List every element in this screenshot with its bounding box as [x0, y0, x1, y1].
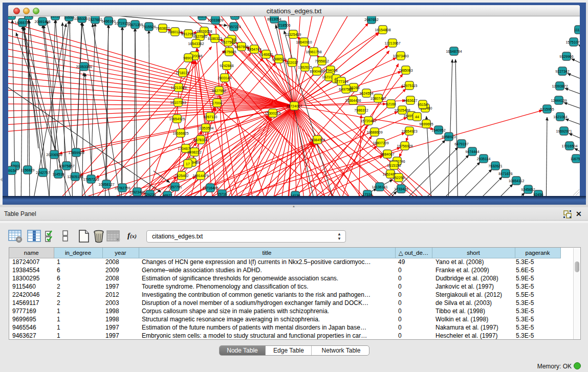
svg-text:20053346: 20053346: [76, 65, 92, 69]
svg-text:12505135: 12505135: [67, 175, 83, 179]
svg-text:7986372: 7986372: [354, 108, 368, 112]
svg-text:14136141: 14136141: [372, 185, 387, 189]
svg-text:8471676: 8471676: [498, 172, 512, 176]
svg-text:16914479: 16914479: [192, 174, 208, 178]
svg-text:10975867: 10975867: [58, 164, 74, 168]
svg-text:116753: 116753: [571, 157, 580, 161]
svg-text:16107553: 16107553: [170, 101, 186, 104]
svg-text:7632621: 7632621: [488, 164, 502, 168]
svg-text:15300215: 15300215: [265, 112, 280, 115]
svg-text:19218506: 19218506: [274, 24, 290, 27]
svg-text:7955812: 7955812: [315, 59, 329, 63]
svg-text:10807487: 10807487: [370, 97, 386, 100]
svg-text:6479197: 6479197: [454, 142, 468, 146]
svg-text:9527508: 9527508: [221, 40, 235, 44]
svg-text:9527500: 9527500: [193, 35, 207, 38]
svg-text:15720407: 15720407: [360, 119, 376, 123]
svg-text:11325419: 11325419: [286, 33, 301, 36]
svg-text:2242757: 2242757: [36, 171, 50, 174]
svg-text:14136: 14136: [290, 194, 300, 196]
svg-text:16154808: 16154808: [375, 28, 390, 32]
svg-text:20206536: 20206536: [46, 153, 62, 157]
svg-text:1156829: 1156829: [21, 168, 35, 172]
svg-text:8813054: 8813054: [267, 17, 281, 21]
svg-text:1621064: 1621064: [553, 115, 567, 119]
svg-text:19654925: 19654925: [169, 117, 185, 121]
svg-text:2087652: 2087652: [364, 18, 378, 21]
svg-text:1362615: 1362615: [298, 65, 312, 69]
svg-text:8678334: 8678334: [193, 138, 207, 142]
svg-text:252254: 252254: [393, 176, 404, 180]
svg-text:19756928: 19756928: [397, 144, 412, 148]
svg-text:9474444: 9474444: [465, 150, 479, 154]
svg-text:19384554: 19384554: [309, 138, 325, 142]
svg-text:3624554: 3624554: [359, 92, 373, 95]
svg-text:9063: 9063: [25, 16, 33, 17]
svg-text:2803144: 2803144: [217, 76, 231, 80]
svg-text:7515526: 7515526: [142, 25, 156, 29]
svg-text:16782759: 16782759: [114, 186, 130, 190]
svg-text:18724007: 18724007: [286, 104, 302, 108]
svg-text:44: 44: [415, 115, 419, 119]
svg-text:114519: 114519: [53, 172, 64, 176]
svg-text:9884067: 9884067: [380, 152, 394, 156]
svg-text:12975115: 12975115: [402, 84, 418, 87]
svg-text:11353594: 11353594: [198, 126, 214, 130]
svg-text:7663822: 7663822: [156, 27, 169, 30]
svg-text:20133: 20133: [230, 16, 240, 17]
svg-text:10654112: 10654112: [509, 179, 525, 183]
svg-text:1588520: 1588520: [272, 57, 286, 61]
svg-text:2718176: 2718176: [176, 71, 189, 75]
svg-text:8958923: 8958923: [442, 135, 455, 139]
svg-text:2967608: 2967608: [234, 45, 248, 49]
svg-text:17016504: 17016504: [561, 144, 577, 148]
svg-text:16648784: 16648784: [446, 50, 462, 53]
svg-text:17859928: 17859928: [68, 151, 84, 155]
svg-text:98901: 98901: [183, 56, 193, 60]
svg-text:6497568: 6497568: [339, 87, 353, 91]
svg-text:9777169: 9777169: [334, 80, 348, 83]
svg-text:10553: 10553: [64, 16, 74, 19]
svg-text:16671355: 16671355: [127, 23, 143, 27]
svg-text:15716485: 15716485: [202, 186, 218, 190]
svg-text:7625402: 7625402: [175, 174, 188, 178]
svg-text:19692971: 19692971: [556, 129, 572, 133]
svg-text:15751074: 15751074: [565, 40, 580, 44]
svg-text:12923448: 12923448: [129, 190, 145, 194]
svg-text:2935114: 2935114: [477, 157, 491, 161]
svg-text:1640952: 1640952: [431, 128, 445, 132]
svg-text:96577: 96577: [162, 194, 172, 196]
svg-text:9463627: 9463627: [403, 99, 417, 102]
svg-text:9498222: 9498222: [187, 150, 201, 154]
svg-text:822037: 822037: [286, 61, 298, 64]
svg-text:95154: 95154: [418, 103, 428, 106]
svg-text:16033809: 16033809: [207, 18, 223, 22]
svg-text:92456: 92456: [533, 193, 543, 196]
svg-text:6794028: 6794028: [323, 69, 337, 72]
svg-text:20691406: 20691406: [34, 20, 50, 24]
svg-text:9329966: 9329966: [559, 55, 573, 58]
svg-text:16543362: 16543362: [188, 42, 204, 46]
svg-text:18807209: 18807209: [373, 141, 388, 145]
svg-text:1527602: 1527602: [88, 18, 102, 21]
svg-text:9227342: 9227342: [555, 70, 569, 73]
svg-text:12213967: 12213967: [384, 41, 400, 45]
svg-text:19654923: 19654923: [401, 129, 417, 133]
svg-text:7357224: 7357224: [227, 25, 241, 29]
svg-text:17004: 17004: [212, 101, 222, 105]
svg-text:8427552: 8427552: [212, 89, 226, 93]
svg-text:10958127: 10958127: [98, 183, 114, 186]
svg-text:1733426: 1733426: [394, 187, 408, 191]
svg-text:10688609: 10688609: [366, 130, 382, 134]
svg-text:8215955: 8215955: [540, 107, 554, 111]
svg-text:15716: 15716: [217, 192, 227, 196]
svg-text:12040: 12040: [8, 16, 16, 17]
svg-text:62160: 62160: [386, 102, 396, 106]
svg-text:3875685: 3875685: [222, 50, 236, 54]
svg-text:8267110: 8267110: [204, 115, 217, 119]
svg-text:16961758: 16961758: [306, 50, 321, 54]
svg-text:9242848: 9242848: [220, 64, 233, 68]
svg-text:19166825: 19166825: [172, 132, 188, 135]
svg-text:9699695: 9699695: [419, 122, 433, 126]
svg-text:18640910: 18640910: [296, 40, 312, 44]
